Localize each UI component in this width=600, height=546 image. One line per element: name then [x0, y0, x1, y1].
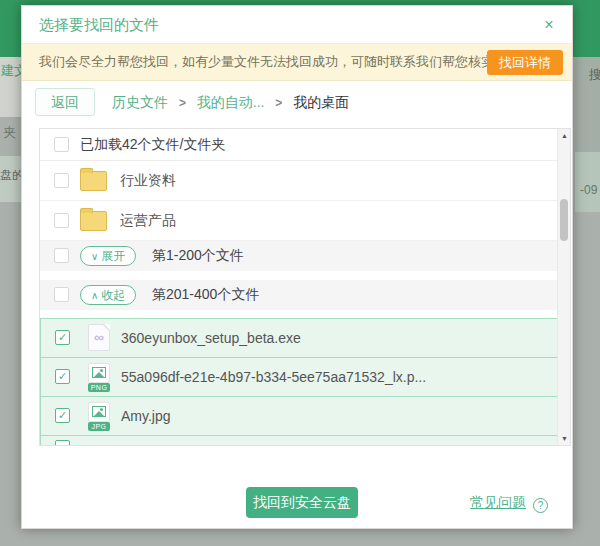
row-checkbox-checked[interactable] — [55, 440, 70, 445]
faq-label[interactable]: 常见问题 — [470, 494, 526, 510]
file-name: Amy.jpg — [121, 408, 171, 424]
back-button[interactable]: 返回 — [35, 88, 95, 116]
recover-details-button[interactable]: 找回详情 — [487, 50, 563, 75]
row-checkbox[interactable] — [54, 287, 69, 302]
background-text-fragment: 建文 — [1, 62, 21, 80]
file-row-partial[interactable] — [40, 435, 559, 445]
notice-bar: 我们会尽全力帮您找回，如有少量文件无法找回成功，可随时联系我们帮您核实处理。 找… — [22, 44, 572, 81]
question-mark-icon: ? — [533, 498, 548, 513]
select-all-checkbox[interactable] — [54, 137, 69, 152]
notice-text: 我们会尽全力帮您找回，如有少量文件无法找回成功，可随时联系我们帮您核实处理。 — [39, 44, 533, 80]
breadcrumb-my-auto[interactable]: 我的自动... — [197, 94, 265, 110]
dialog-title: 选择要找回的文件 — [39, 6, 159, 44]
file-group-row: ∨展开 第1-200个文件 — [40, 241, 559, 271]
recover-files-dialog: 选择要找回的文件 × 我们会尽全力帮您找回，如有少量文件无法找回成功，可随时联系… — [21, 5, 573, 529]
breadcrumb-separator: > — [275, 96, 282, 110]
folder-name: 行业资料 — [120, 172, 176, 190]
collapse-button[interactable]: ∧收起 — [80, 285, 136, 305]
close-icon[interactable]: × — [539, 15, 559, 35]
recover-to-cloud-button[interactable]: 找回到安全云盘 — [246, 487, 358, 518]
jpg-image-icon: JPG — [87, 402, 111, 430]
list-header-row: 已加载42个文件/文件夹 — [40, 129, 559, 161]
breadcrumb-history-files[interactable]: 历史文件 — [112, 94, 168, 110]
folder-icon — [80, 211, 107, 231]
file-row[interactable]: ✓ ∞ 360eyunbox_setup_beta.exe — [40, 318, 559, 358]
file-name: 360eyunbox_setup_beta.exe — [121, 330, 301, 346]
scrollbar-thumb[interactable] — [560, 199, 568, 241]
faq-link[interactable]: 常见问题 ? — [470, 494, 548, 513]
scroll-up-icon[interactable]: ▲ — [558, 132, 571, 139]
expand-button[interactable]: ∨展开 — [80, 246, 136, 266]
row-checkbox-checked[interactable]: ✓ — [55, 330, 70, 345]
row-checkbox-checked[interactable]: ✓ — [55, 408, 70, 423]
background-text-fragment: 盘的文 — [0, 167, 21, 184]
background-text-fragment: 搜 — [589, 66, 600, 84]
chevron-up-icon: ∧ — [91, 290, 98, 301]
folder-row[interactable]: 行业资料 — [40, 161, 559, 201]
chevron-down-icon: ∨ — [91, 251, 98, 262]
file-list: 已加载42个文件/文件夹 行业资料 运营产品 ∨展开 第1-200个文件 ∧收起 — [39, 128, 571, 446]
folder-name: 运营产品 — [120, 212, 176, 230]
png-image-icon: PNG — [87, 363, 111, 391]
file-name: 55a096df-e21e-4b97-b334-5ee75aa71532_lx.… — [121, 369, 426, 385]
file-range-label: 第201-400个文件 — [152, 286, 259, 304]
file-group-row: ∧收起 第201-400个文件 — [40, 280, 559, 310]
folder-icon — [80, 171, 107, 191]
background-table-row — [575, 152, 600, 212]
exe-file-icon: ∞ — [87, 324, 111, 352]
file-row[interactable]: ✓ PNG 55a096df-e21e-4b97-b334-5ee75aa715… — [40, 357, 559, 397]
row-checkbox[interactable] — [54, 248, 69, 263]
breadcrumb-separator: > — [179, 96, 186, 110]
row-checkbox-checked[interactable]: ✓ — [55, 369, 70, 384]
breadcrumb-toolbar: 返回 历史文件 > 我的自动... > 我的桌面 — [22, 81, 572, 123]
folder-row[interactable]: 运营产品 — [40, 201, 559, 241]
breadcrumb: 历史文件 > 我的自动... > 我的桌面 — [112, 81, 349, 124]
background-text-fragment: -09 — [580, 183, 600, 197]
row-checkbox[interactable] — [54, 213, 69, 228]
file-range-label: 第1-200个文件 — [152, 247, 244, 265]
breadcrumb-my-desktop: 我的桌面 — [293, 94, 349, 110]
scroll-down-icon[interactable]: ▼ — [558, 435, 571, 442]
dialog-header: 选择要找回的文件 × — [22, 6, 572, 44]
loaded-count-label: 已加载42个文件/文件夹 — [80, 136, 225, 154]
file-list-rows: 已加载42个文件/文件夹 行业资料 运营产品 ∨展开 第1-200个文件 ∧收起 — [40, 129, 559, 445]
background-text-fragment: 夹 — [3, 124, 21, 142]
file-row[interactable]: ✓ JPG Amy.jpg — [40, 396, 559, 436]
list-scrollbar[interactable]: ▲ ▼ — [557, 129, 570, 445]
row-checkbox[interactable] — [54, 173, 69, 188]
